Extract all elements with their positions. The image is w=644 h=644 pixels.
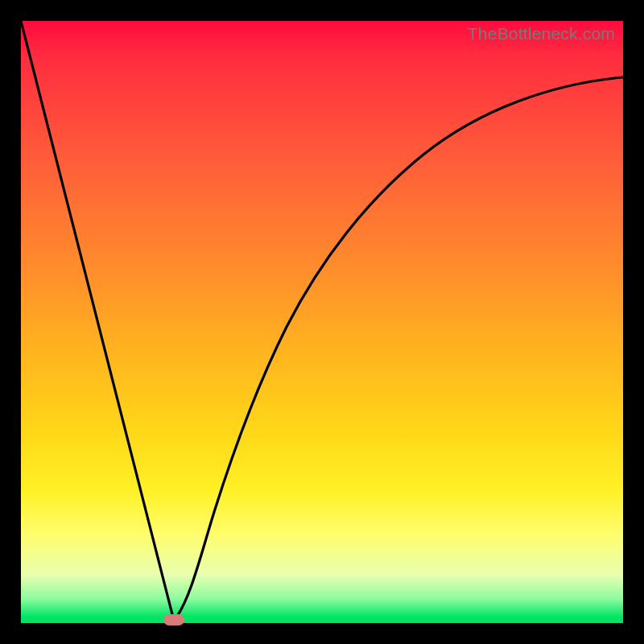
minimum-marker xyxy=(163,614,184,625)
left-line-path xyxy=(21,21,174,621)
chart-frame: TheBottleneck.com xyxy=(0,0,644,644)
plot-area: TheBottleneck.com xyxy=(21,21,623,623)
curve-layer xyxy=(21,21,623,623)
right-curve-path xyxy=(174,77,623,621)
